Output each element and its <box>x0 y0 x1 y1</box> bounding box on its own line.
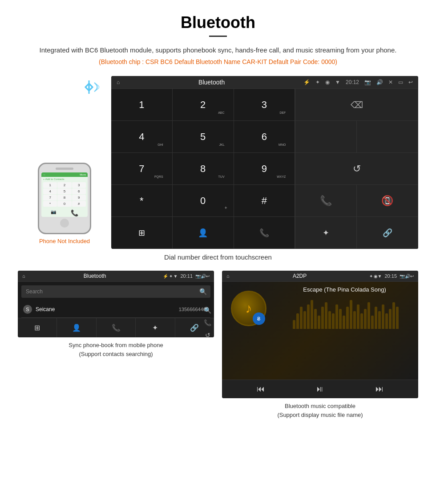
key-8[interactable]: 8TUV <box>173 153 234 185</box>
pb-usb-icon: ⚡ <box>163 274 168 279</box>
redial-button[interactable]: ↺ <box>295 153 418 185</box>
contacts-icon[interactable]: 👤 <box>173 217 234 249</box>
bluetooth-badge: Ƀ <box>253 312 265 325</box>
mus-time: 20:15 <box>384 273 397 279</box>
music-content: ♪ Ƀ Escape (The Pina Colada Song) <box>222 282 418 380</box>
phone-graphic: ←More + Add to Contacts 123 456 789 *0# … <box>18 76 111 249</box>
mus-back-icon: ↩ <box>410 274 414 279</box>
volume-icon: 🔊 <box>376 79 383 85</box>
location-icon: ◉ <box>325 79 330 85</box>
pb-keypad-btn[interactable]: ⊞ <box>18 318 57 337</box>
pb-side-search-icon[interactable]: 🔍 <box>204 307 211 314</box>
music-controls: ⏮ ⏯ ⏭ <box>222 380 418 398</box>
contact-name: Seicane <box>36 306 55 312</box>
key-6[interactable]: 6MNO <box>234 121 295 153</box>
mus-bt-icon: ✦ <box>369 274 373 279</box>
contact-avatar: S <box>23 305 32 314</box>
main-screen-wrap: ←More + Add to Contacts 123 456 789 *0# … <box>18 76 418 249</box>
bottom-screens: ⌂ Bluetooth ⚡ ✦ ▼ 20:11 📷 🔊 ↩ Search 🔍 <box>18 271 418 419</box>
end-call-button[interactable]: 📵 <box>357 185 418 217</box>
phonebook-header: ⌂ Bluetooth ⚡ ✦ ▼ 20:11 📷 🔊 ↩ <box>18 271 214 282</box>
phonebook-caption: Sync phone-book from mobile phone (Suppo… <box>18 341 214 358</box>
music-note-icon: ♪ <box>246 301 252 316</box>
phonebook-car-screen: ⌂ Bluetooth ⚡ ✦ ▼ 20:11 📷 🔊 ↩ Search 🔍 <box>18 271 214 337</box>
key-9[interactable]: 9WXYZ <box>234 153 295 185</box>
dial-car-screen: ⌂ Bluetooth ⚡ ✦ ◉ ▼ 20:12 📷 🔊 ✕ ▭ ↩ 1 2A… <box>111 76 418 249</box>
pb-bt-icon: ✦ <box>169 274 173 279</box>
window-icon: ▭ <box>398 79 403 85</box>
page-title: Bluetooth <box>18 13 418 32</box>
pb-side-call-icon[interactable]: 📞 <box>204 319 211 326</box>
music-screen-wrap: ⌂ A2DP ✦ ◉ ▼ 20:15 📷 🔊 ↩ ♪ Ƀ Escape (The… <box>222 271 418 419</box>
play-pause-button[interactable]: ⏯ <box>316 384 324 394</box>
wifi-icon: ▼ <box>335 79 340 85</box>
phonebook-bottom-bar: ⊞ 👤 📞 ✦ 🔗 <box>18 318 214 337</box>
pb-vol-icon: 🔊 <box>201 274 206 279</box>
music-caption: Bluetooth music compatible (Support disp… <box>222 402 418 419</box>
back-icon: ↩ <box>408 79 413 85</box>
pb-screen-title: Bluetooth <box>27 273 163 279</box>
car-screen-header: ⌂ Bluetooth ⚡ ✦ ◉ ▼ 20:12 📷 🔊 ✕ ▭ ↩ <box>111 76 418 89</box>
music-header: ⌂ A2DP ✦ ◉ ▼ 20:15 📷 🔊 ↩ <box>222 271 418 282</box>
home-icon: ⌂ <box>117 79 120 85</box>
phone-icon-bottom[interactable]: 📞 <box>234 217 295 249</box>
empty-cell-2 <box>357 121 418 153</box>
key-2[interactable]: 2ABC <box>173 89 234 121</box>
music-car-screen: ⌂ A2DP ✦ ◉ ▼ 20:15 📷 🔊 ↩ ♪ Ƀ Escape (The… <box>222 271 418 398</box>
album-art: ♪ Ƀ <box>231 291 266 326</box>
keypad-icon[interactable]: ⊞ <box>111 217 173 249</box>
mus-home-icon: ⌂ <box>226 273 230 279</box>
phonebook-screen-wrap: ⌂ Bluetooth ⚡ ✦ ▼ 20:11 📷 🔊 ↩ Search 🔍 <box>18 271 214 419</box>
usb-icon: ⚡ <box>303 79 310 85</box>
screen-title: Bluetooth <box>125 79 298 86</box>
bluetooth-bottom-icon[interactable]: ✦ <box>295 217 357 249</box>
key-7[interactable]: 7PQRS <box>111 153 173 185</box>
side-icons: 🔍 📞 ↺ <box>201 303 214 337</box>
main-caption: Dial number direct from touchscreen <box>18 253 418 261</box>
call-button[interactable]: 📞 <box>295 185 357 217</box>
prev-button[interactable]: ⏮ <box>257 384 265 394</box>
description: Integrated with BC6 Bluetooth module, su… <box>18 45 418 56</box>
search-icon: 🔍 <box>199 288 207 295</box>
pb-bt-btn[interactable]: ✦ <box>136 318 175 337</box>
key-4[interactable]: 4GHI <box>111 121 173 153</box>
phone-mockup: ←More + Add to Contacts 123 456 789 *0# … <box>38 163 91 234</box>
pb-time: 20:11 <box>180 273 193 279</box>
close-icon: ✕ <box>388 79 393 85</box>
key-star[interactable]: * <box>111 185 173 217</box>
pb-cam-icon: 📷 <box>195 274 201 279</box>
key-3[interactable]: 3DEF <box>234 89 295 121</box>
contact-row[interactable]: S Seicane 13566664466 <box>21 301 210 318</box>
contact-list: S Seicane 13566664466 <box>18 301 214 318</box>
camera-icon: 📷 <box>364 79 371 85</box>
phonebook-body: Search 🔍 S Seicane 13566664466 🔍 📞 ↺ <box>18 285 214 318</box>
mus-vol-icon: 🔊 <box>405 274 410 279</box>
pb-back-icon: ↩ <box>206 274 210 279</box>
mus-wifi-icon: ▼ <box>378 274 382 279</box>
mus-loc-icon: ◉ <box>374 274 378 279</box>
pb-side-refresh-icon[interactable]: ↺ <box>205 332 210 337</box>
title-divider <box>209 36 227 37</box>
specs-text: (Bluetooth chip : CSR BC6 Default Blueto… <box>18 58 418 65</box>
key-0[interactable]: 0+ <box>173 185 234 217</box>
time-display: 20:12 <box>346 79 359 85</box>
empty-cell-1 <box>295 121 357 153</box>
phone-not-included-label: Phone Not Included <box>39 238 90 244</box>
key-1[interactable]: 1 <box>111 89 173 121</box>
mus-cam-icon: 📷 <box>400 274 405 279</box>
pb-contacts-btn[interactable]: 👤 <box>57 318 96 337</box>
search-bar[interactable]: Search 🔍 <box>21 285 210 298</box>
link-icon[interactable]: 🔗 <box>357 217 418 249</box>
next-button[interactable]: ⏭ <box>375 384 384 394</box>
search-placeholder: Search <box>26 288 43 295</box>
key-hash[interactable]: # <box>234 185 295 217</box>
pb-home-icon: ⌂ <box>22 273 25 279</box>
bluetooth-header-icon: ✦ <box>315 79 320 85</box>
key-5[interactable]: 5JKL <box>173 121 234 153</box>
pb-phone-btn[interactable]: 📞 <box>97 318 136 337</box>
pb-wifi-icon: ▼ <box>174 274 178 279</box>
bluetooth-signal-icon <box>76 76 102 100</box>
mus-screen-title: A2DP <box>231 273 368 279</box>
backspace-button[interactable]: ⌫ <box>295 89 418 121</box>
